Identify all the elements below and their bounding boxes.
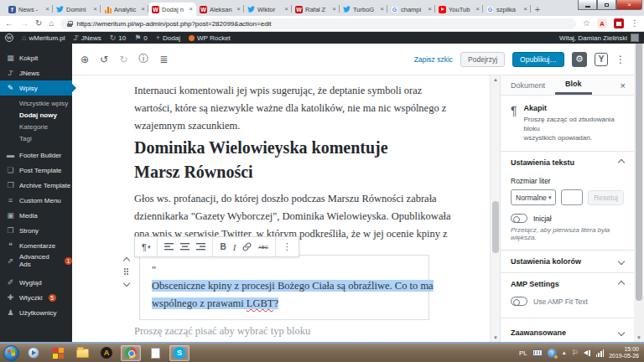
sidebar-item-archive-template[interactable]: ❒ Archive Template xyxy=(0,178,72,193)
tab-close-icon[interactable]: × xyxy=(475,6,480,13)
volume-icon[interactable] xyxy=(584,350,591,356)
scrollbar-thumb[interactable] xyxy=(492,201,499,253)
browser-scrollbar[interactable]: ▲ ▼ xyxy=(634,32,644,342)
font-size-select[interactable]: Normalne ▾ xyxy=(511,189,556,205)
forward-icon[interactable]: → xyxy=(20,19,29,28)
align-left-icon[interactable] xyxy=(164,243,174,251)
tab-close-icon[interactable]: × xyxy=(380,6,384,13)
link-icon[interactable] xyxy=(242,242,252,251)
submenu-item-kategorie[interactable]: Kategorie xyxy=(0,121,72,132)
admin-bar-jnews[interactable]: J' JNews xyxy=(74,34,101,42)
paragraph-block[interactable]: Internauci komentowali jej wpis sugerują… xyxy=(134,82,429,135)
sidebar-item-jnews[interactable]: J' JNews xyxy=(0,65,72,80)
scrollbar-thumb[interactable] xyxy=(636,41,642,301)
language-indicator[interactable]: PL xyxy=(519,349,527,357)
tab-close-icon[interactable]: × xyxy=(428,6,432,13)
browser-tab[interactable]: W Rafał Z × xyxy=(292,3,340,16)
home-icon[interactable]: ⌂ xyxy=(49,19,54,28)
taskbar-aimp[interactable]: A xyxy=(96,345,117,361)
publish-button[interactable]: Opublikuj… xyxy=(512,52,564,67)
browser-tab[interactable]: G champi × xyxy=(387,3,435,16)
submenu-item-wszystkie-wpisy[interactable]: Wszystkie wpisy xyxy=(0,97,72,109)
action-center-flag-icon[interactable]: ⚐ xyxy=(572,349,579,357)
undo-icon[interactable]: ↺ xyxy=(100,54,108,65)
sidebar-item-komentarze[interactable]: ❝ Komentarze xyxy=(0,238,72,253)
sidebar-item-wpisy[interactable]: ✎ Wpisy xyxy=(0,80,72,96)
yoast-icon[interactable]: Y xyxy=(595,53,608,66)
sidebar-item-strony[interactable]: ❐ Strony xyxy=(0,223,72,238)
scroll-down-icon[interactable]: ▼ xyxy=(634,334,644,342)
tab-close-icon[interactable]: × xyxy=(189,6,193,13)
tab-close-icon[interactable]: × xyxy=(523,6,527,13)
more-options-icon[interactable]: ⋮ xyxy=(615,54,626,65)
keyboard-icon[interactable] xyxy=(532,349,543,356)
move-up-icon[interactable] xyxy=(123,257,130,264)
taskbar-chrome[interactable] xyxy=(121,345,141,361)
sidebar-item-media[interactable]: ▣ Media xyxy=(0,208,72,223)
italic-icon[interactable]: I xyxy=(233,242,236,252)
minimize-button[interactable] xyxy=(578,0,597,10)
taskbar-media-player[interactable] xyxy=(23,345,44,361)
taskbar-explorer[interactable] xyxy=(72,345,92,361)
browser-tab[interactable]: f News - × xyxy=(5,3,53,16)
help-icon[interactable]: ? xyxy=(548,349,557,358)
sidebar-item-advanced-ads[interactable]: ⇗ Advanced Ads 1 xyxy=(0,253,72,268)
browser-tab[interactable]: G szpilka × xyxy=(483,3,531,16)
preview-button[interactable]: Podejrzyj xyxy=(460,52,505,67)
browser-tab[interactable]: YouTub × xyxy=(435,3,483,16)
sidebar-item-uzytkownicy[interactable]: ♟ Użytkownicy xyxy=(0,305,72,320)
taskbar-photo-viewer[interactable] xyxy=(48,345,68,361)
sidebar-item-footer-builder[interactable]: ▬ Footer Builder xyxy=(0,147,72,163)
strikethrough-icon[interactable]: ABC xyxy=(258,245,267,250)
admin-bar-wprocket[interactable]: WP Rocket xyxy=(189,34,231,42)
submenu-item-tagi[interactable]: Tagi xyxy=(0,132,72,144)
browser-tab[interactable]: Wiktor × xyxy=(244,3,292,16)
admin-bar-comments[interactable]: ⚑ 0 xyxy=(134,34,148,42)
reload-icon[interactable]: ↻ xyxy=(35,19,42,28)
settings-gear-icon[interactable]: ⚙ xyxy=(572,52,587,67)
more-options-icon[interactable]: ⋮ xyxy=(283,241,292,252)
browser-tab[interactable]: TurboG × xyxy=(340,3,387,16)
move-down-icon[interactable] xyxy=(123,280,130,287)
tab-close-icon[interactable]: × xyxy=(236,6,241,13)
admin-bar-new[interactable]: + Dodaj xyxy=(156,34,180,42)
tab-close-icon[interactable]: × xyxy=(141,6,145,13)
align-center-icon[interactable] xyxy=(180,243,190,251)
content-info-icon[interactable]: ⓘ xyxy=(138,52,148,66)
panel-text-settings-header[interactable]: Ustawienia tekstu xyxy=(501,152,634,173)
submenu-item-dodaj-nowy[interactable]: Dodaj nowy xyxy=(0,109,72,121)
paragraph-type-button[interactable]: ¶▾ xyxy=(142,242,150,252)
show-hidden-icons[interactable]: ▲ xyxy=(562,350,567,355)
extension-icon[interactable] xyxy=(614,18,624,28)
reset-button[interactable]: Resetuj xyxy=(588,190,624,205)
padlock-icon[interactable] xyxy=(67,21,72,27)
align-right-icon[interactable] xyxy=(196,243,205,251)
tab-close-icon[interactable]: × xyxy=(332,6,336,13)
browser-menu-icon[interactable]: ⋮ xyxy=(631,19,639,28)
paragraph-block[interactable]: Głos ws. profanacji, do której doszło po… xyxy=(134,190,429,243)
redo-icon[interactable]: ↻ xyxy=(119,54,127,65)
panel-color-settings-header[interactable]: Ustawienia kolorów xyxy=(501,251,634,272)
editor-scrollbar[interactable]: ▲ ▼ xyxy=(490,75,500,342)
drag-handle-icon[interactable] xyxy=(124,268,129,276)
new-tab-button[interactable]: + xyxy=(531,3,544,16)
back-icon[interactable]: ← xyxy=(5,19,13,28)
block-navigation-icon[interactable]: ≣ xyxy=(159,54,168,65)
tab-close-icon[interactable]: × xyxy=(45,6,49,13)
sidebar-item-kokpit[interactable]: ▦ Kokpit xyxy=(0,50,72,65)
sidebar-item-wtyczki[interactable]: ✚ Wtyczki 5 xyxy=(0,290,72,305)
tab-block[interactable]: Blok xyxy=(555,75,592,95)
sidebar-item-custom-menu[interactable]: ≡ Custom Menu xyxy=(0,193,72,208)
admin-bar-updates[interactable]: ↻ 10 xyxy=(110,34,126,42)
tab-close-icon[interactable]: × xyxy=(284,6,288,13)
save-draft-button[interactable]: Zapisz szkic xyxy=(414,55,453,64)
heading-block[interactable]: Dominika Wielowieyska komentuje Marsz Ró… xyxy=(134,136,429,184)
pdf-extension-icon[interactable]: A xyxy=(597,18,607,28)
bold-icon[interactable]: B xyxy=(220,242,226,251)
browser-tab[interactable]: Analytic × xyxy=(101,3,148,16)
amp-fit-text-toggle[interactable] xyxy=(511,297,527,306)
tab-document[interactable]: Dokument xyxy=(501,75,555,95)
page-url[interactable]: https://wmeritum.pl/wp-admin/post.php?po… xyxy=(76,20,271,28)
bookmark-star-icon[interactable]: ☆ xyxy=(583,19,590,28)
browser-tab[interactable]: Domini × xyxy=(53,3,101,16)
